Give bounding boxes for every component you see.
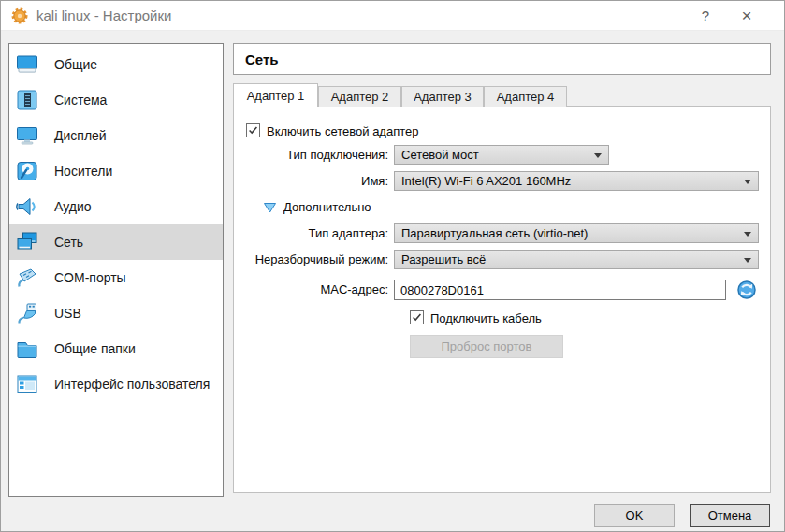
general-icon bbox=[15, 52, 39, 77]
sidebar-item-serial-ports[interactable]: COM-порты bbox=[9, 260, 223, 295]
sidebar-item-label: COM-порты bbox=[54, 270, 126, 285]
sidebar-item-label: USB bbox=[54, 306, 81, 321]
chevron-down-icon bbox=[594, 153, 602, 158]
adapter-name-combobox[interactable]: Intel(R) Wi-Fi 6 AX201 160MHz bbox=[394, 171, 759, 191]
adapter-type-combobox[interactable]: Паравиртуальная сеть (virtio-net) bbox=[394, 223, 759, 243]
generate-mac-refresh-icon[interactable] bbox=[736, 280, 757, 300]
window-title: kali linux - Настройки bbox=[36, 7, 171, 23]
shared-folders-icon bbox=[15, 337, 39, 361]
attachment-type-label: Тип подключения: bbox=[235, 148, 388, 162]
tab-adapter-1[interactable]: Адаптер 1 bbox=[233, 83, 318, 107]
promiscuous-mode-label: Неразборчивый режим: bbox=[235, 252, 388, 266]
sidebar-item-general[interactable]: Общие bbox=[9, 47, 223, 82]
sidebar-item-user-interface[interactable]: Интерфейс пользователя bbox=[9, 367, 223, 402]
chevron-down-icon bbox=[744, 258, 751, 263]
port-forwarding-button: Проброс портов bbox=[410, 335, 563, 358]
settings-window: kali linux - Настройки ? × Общие Система bbox=[0, 0, 785, 532]
sidebar-item-shared-folders[interactable]: Общие папки bbox=[9, 331, 223, 367]
ok-button[interactable]: OK bbox=[594, 504, 675, 527]
sidebar-item-label: Система bbox=[54, 93, 107, 108]
usb-icon bbox=[15, 301, 39, 325]
adapter-name-label: Имя: bbox=[235, 174, 388, 188]
sidebar-item-label: Носители bbox=[54, 164, 112, 179]
sidebar-item-system[interactable]: Система bbox=[9, 82, 223, 118]
settings-category-list: Общие Система Дисплей bbox=[8, 43, 224, 497]
page-header: Сеть bbox=[233, 43, 771, 75]
expander-triangle-icon bbox=[264, 203, 276, 213]
advanced-label: Дополнительно bbox=[283, 200, 371, 214]
audio-icon bbox=[15, 194, 39, 219]
network-icon bbox=[15, 230, 39, 254]
sidebar-item-label: Аудио bbox=[54, 199, 92, 214]
check-icon bbox=[247, 124, 259, 137]
adapter-type-label: Тип адаптера: bbox=[235, 226, 388, 240]
attachment-type-value: Сетевой мост bbox=[401, 148, 479, 162]
cable-connected-checkbox[interactable] bbox=[410, 310, 424, 324]
chevron-down-icon bbox=[744, 232, 751, 237]
adapter-name-value: Intel(R) Wi-Fi 6 AX201 160MHz bbox=[401, 174, 571, 188]
system-icon bbox=[15, 88, 39, 112]
enable-adapter-label: Включить сетевой адаптер bbox=[267, 124, 418, 138]
sidebar-item-label: Сеть bbox=[54, 235, 83, 250]
mac-address-label: MAC-адрес: bbox=[235, 282, 388, 296]
promiscuous-mode-value: Разрешить всё bbox=[401, 252, 486, 266]
tab-adapter-4[interactable]: Адаптер 4 bbox=[484, 86, 567, 107]
chevron-down-icon bbox=[744, 180, 751, 184]
storage-icon bbox=[15, 159, 39, 183]
attachment-type-combobox[interactable]: Сетевой мост bbox=[394, 145, 609, 165]
cancel-button[interactable]: Отмена bbox=[690, 504, 770, 527]
check-icon bbox=[411, 311, 423, 324]
mac-address-input[interactable] bbox=[394, 280, 726, 300]
cable-connected-label: Подключить кабель bbox=[430, 311, 542, 325]
display-icon bbox=[15, 123, 39, 148]
promiscuous-mode-combobox[interactable]: Разрешить всё bbox=[394, 250, 759, 269]
advanced-expander[interactable]: Дополнительно bbox=[264, 200, 371, 214]
virtualbox-settings-gear-icon bbox=[11, 7, 28, 24]
sidebar-item-label: Интерфейс пользователя bbox=[54, 377, 210, 392]
sidebar-item-label: Дисплей bbox=[54, 128, 107, 143]
adapter-type-value: Паравиртуальная сеть (virtio-net) bbox=[401, 226, 588, 240]
serial-ports-icon bbox=[15, 266, 39, 290]
sidebar-item-label: Общие bbox=[54, 57, 97, 72]
tab-adapter-3[interactable]: Адаптер 3 bbox=[401, 86, 484, 107]
tab-adapter-2[interactable]: Адаптер 2 bbox=[318, 86, 401, 107]
user-interface-icon bbox=[15, 372, 39, 396]
sidebar-item-network[interactable]: Сеть bbox=[9, 224, 223, 260]
sidebar-item-usb[interactable]: USB bbox=[9, 295, 223, 331]
sidebar-item-display[interactable]: Дисплей bbox=[9, 118, 223, 153]
help-button[interactable]: ? bbox=[685, 1, 726, 31]
titlebar: kali linux - Настройки ? × bbox=[1, 1, 784, 31]
sidebar-item-storage[interactable]: Носители bbox=[9, 153, 223, 189]
sidebar-item-audio[interactable]: Аудио bbox=[9, 189, 223, 224]
page-title: Сеть bbox=[245, 51, 279, 67]
enable-adapter-checkbox[interactable] bbox=[246, 123, 260, 137]
sidebar-item-label: Общие папки bbox=[54, 341, 136, 356]
close-button[interactable]: × bbox=[726, 1, 767, 31]
